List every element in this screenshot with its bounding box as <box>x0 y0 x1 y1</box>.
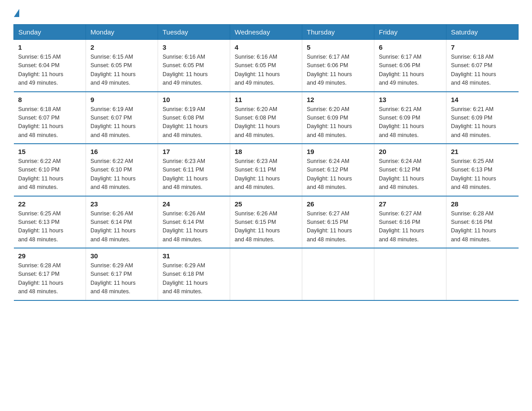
day-number: 7 <box>451 43 514 51</box>
calendar-cell: 6 Sunrise: 6:17 AM Sunset: 6:06 PM Dayli… <box>374 40 446 92</box>
day-number: 27 <box>379 200 442 208</box>
day-number: 6 <box>379 43 442 51</box>
calendar-cell: 15 Sunrise: 6:22 AM Sunset: 6:10 PM Dayl… <box>14 144 86 196</box>
calendar-cell: 29 Sunrise: 6:28 AM Sunset: 6:17 PM Dayl… <box>14 248 86 300</box>
day-number: 24 <box>163 200 225 208</box>
day-number: 8 <box>18 96 82 103</box>
day-info: Sunrise: 6:24 AM Sunset: 6:12 PM Dayligh… <box>307 157 369 192</box>
day-info: Sunrise: 6:28 AM Sunset: 6:16 PM Dayligh… <box>451 210 514 244</box>
calendar-cell <box>446 248 519 300</box>
calendar-cell: 23 Sunrise: 6:26 AM Sunset: 6:14 PM Dayl… <box>86 196 158 248</box>
day-number: 10 <box>163 96 225 103</box>
day-info: Sunrise: 6:17 AM Sunset: 6:06 PM Dayligh… <box>379 53 442 88</box>
day-info: Sunrise: 6:21 AM Sunset: 6:09 PM Dayligh… <box>451 105 514 140</box>
calendar-cell: 30 Sunrise: 6:29 AM Sunset: 6:17 PM Dayl… <box>86 248 158 300</box>
weekday-header-thursday: Thursday <box>302 25 374 40</box>
day-number: 31 <box>163 252 225 260</box>
day-info: Sunrise: 6:25 AM Sunset: 6:13 PM Dayligh… <box>18 210 82 244</box>
day-info: Sunrise: 6:22 AM Sunset: 6:10 PM Dayligh… <box>90 157 153 192</box>
day-number: 23 <box>90 200 153 208</box>
day-info: Sunrise: 6:25 AM Sunset: 6:13 PM Dayligh… <box>451 157 514 192</box>
day-number: 9 <box>90 96 153 103</box>
calendar-cell <box>230 248 302 300</box>
day-info: Sunrise: 6:17 AM Sunset: 6:06 PM Dayligh… <box>307 53 369 88</box>
day-info: Sunrise: 6:19 AM Sunset: 6:07 PM Dayligh… <box>90 105 153 140</box>
calendar-body: 1 Sunrise: 6:15 AM Sunset: 6:04 PM Dayli… <box>14 40 519 300</box>
day-info: Sunrise: 6:18 AM Sunset: 6:07 PM Dayligh… <box>18 105 82 140</box>
calendar-week-4: 22 Sunrise: 6:25 AM Sunset: 6:13 PM Dayl… <box>14 196 519 248</box>
day-number: 25 <box>235 200 297 208</box>
logo-arrow-icon <box>14 9 19 17</box>
day-number: 3 <box>163 43 225 51</box>
day-number: 30 <box>90 252 153 260</box>
calendar-cell: 16 Sunrise: 6:22 AM Sunset: 6:10 PM Dayl… <box>86 144 158 196</box>
day-number: 11 <box>235 96 297 103</box>
calendar-cell <box>302 248 374 300</box>
calendar-week-5: 29 Sunrise: 6:28 AM Sunset: 6:17 PM Dayl… <box>14 248 519 300</box>
calendar-cell: 10 Sunrise: 6:19 AM Sunset: 6:08 PM Dayl… <box>158 92 230 144</box>
calendar-cell: 17 Sunrise: 6:23 AM Sunset: 6:11 PM Dayl… <box>158 144 230 196</box>
calendar-cell: 11 Sunrise: 6:20 AM Sunset: 6:08 PM Dayl… <box>230 92 302 144</box>
weekday-header-friday: Friday <box>374 25 446 40</box>
day-info: Sunrise: 6:29 AM Sunset: 6:17 PM Dayligh… <box>90 261 153 296</box>
day-info: Sunrise: 6:29 AM Sunset: 6:18 PM Dayligh… <box>163 261 225 296</box>
day-number: 14 <box>451 96 514 103</box>
calendar-header: SundayMondayTuesdayWednesdayThursdayFrid… <box>14 25 519 40</box>
calendar-cell: 1 Sunrise: 6:15 AM Sunset: 6:04 PM Dayli… <box>14 40 86 92</box>
calendar-cell: 24 Sunrise: 6:26 AM Sunset: 6:14 PM Dayl… <box>158 196 230 248</box>
calendar-cell: 27 Sunrise: 6:27 AM Sunset: 6:16 PM Dayl… <box>374 196 446 248</box>
day-info: Sunrise: 6:21 AM Sunset: 6:09 PM Dayligh… <box>379 105 442 140</box>
calendar-cell: 21 Sunrise: 6:25 AM Sunset: 6:13 PM Dayl… <box>446 144 519 196</box>
calendar-cell: 3 Sunrise: 6:16 AM Sunset: 6:05 PM Dayli… <box>158 40 230 92</box>
day-info: Sunrise: 6:24 AM Sunset: 6:12 PM Dayligh… <box>379 157 442 192</box>
calendar-cell: 19 Sunrise: 6:24 AM Sunset: 6:12 PM Dayl… <box>302 144 374 196</box>
day-info: Sunrise: 6:20 AM Sunset: 6:09 PM Dayligh… <box>307 105 369 140</box>
day-number: 18 <box>235 148 297 155</box>
calendar-cell: 12 Sunrise: 6:20 AM Sunset: 6:09 PM Dayl… <box>302 92 374 144</box>
calendar-week-1: 1 Sunrise: 6:15 AM Sunset: 6:04 PM Dayli… <box>14 40 519 92</box>
calendar-week-2: 8 Sunrise: 6:18 AM Sunset: 6:07 PM Dayli… <box>14 92 519 144</box>
weekday-row: SundayMondayTuesdayWednesdayThursdayFrid… <box>14 25 519 40</box>
day-info: Sunrise: 6:15 AM Sunset: 6:04 PM Dayligh… <box>18 53 82 88</box>
calendar-cell: 2 Sunrise: 6:15 AM Sunset: 6:05 PM Dayli… <box>86 40 158 92</box>
logo <box>13 9 19 16</box>
calendar-cell: 9 Sunrise: 6:19 AM Sunset: 6:07 PM Dayli… <box>86 92 158 144</box>
day-info: Sunrise: 6:23 AM Sunset: 6:11 PM Dayligh… <box>163 157 225 192</box>
calendar-cell: 5 Sunrise: 6:17 AM Sunset: 6:06 PM Dayli… <box>302 40 374 92</box>
day-info: Sunrise: 6:16 AM Sunset: 6:05 PM Dayligh… <box>163 53 225 88</box>
calendar-table: SundayMondayTuesdayWednesdayThursdayFrid… <box>13 24 519 301</box>
calendar-cell: 13 Sunrise: 6:21 AM Sunset: 6:09 PM Dayl… <box>374 92 446 144</box>
calendar-cell: 8 Sunrise: 6:18 AM Sunset: 6:07 PM Dayli… <box>14 92 86 144</box>
weekday-header-tuesday: Tuesday <box>158 25 230 40</box>
day-info: Sunrise: 6:20 AM Sunset: 6:08 PM Dayligh… <box>235 105 297 140</box>
day-info: Sunrise: 6:16 AM Sunset: 6:05 PM Dayligh… <box>235 53 297 88</box>
day-number: 21 <box>451 148 514 155</box>
day-number: 12 <box>307 96 369 103</box>
day-info: Sunrise: 6:27 AM Sunset: 6:16 PM Dayligh… <box>379 210 442 244</box>
day-number: 13 <box>379 96 442 103</box>
day-number: 5 <box>307 43 369 51</box>
calendar-cell: 7 Sunrise: 6:18 AM Sunset: 6:07 PM Dayli… <box>446 40 519 92</box>
calendar-cell: 25 Sunrise: 6:26 AM Sunset: 6:15 PM Dayl… <box>230 196 302 248</box>
day-number: 15 <box>18 148 82 155</box>
day-number: 28 <box>451 200 514 208</box>
weekday-header-saturday: Saturday <box>446 25 519 40</box>
day-number: 20 <box>379 148 442 155</box>
calendar-cell <box>374 248 446 300</box>
day-number: 29 <box>18 252 82 260</box>
day-info: Sunrise: 6:28 AM Sunset: 6:17 PM Dayligh… <box>18 261 82 296</box>
day-number: 1 <box>18 43 82 51</box>
page-header <box>13 9 519 16</box>
day-info: Sunrise: 6:23 AM Sunset: 6:11 PM Dayligh… <box>235 157 297 192</box>
weekday-header-wednesday: Wednesday <box>230 25 302 40</box>
day-number: 26 <box>307 200 369 208</box>
day-number: 22 <box>18 200 82 208</box>
day-number: 17 <box>163 148 225 155</box>
day-info: Sunrise: 6:26 AM Sunset: 6:15 PM Dayligh… <box>235 210 297 244</box>
day-info: Sunrise: 6:26 AM Sunset: 6:14 PM Dayligh… <box>163 210 225 244</box>
weekday-header-monday: Monday <box>86 25 158 40</box>
day-info: Sunrise: 6:27 AM Sunset: 6:15 PM Dayligh… <box>307 210 369 244</box>
calendar-cell: 14 Sunrise: 6:21 AM Sunset: 6:09 PM Dayl… <box>446 92 519 144</box>
calendar-cell: 22 Sunrise: 6:25 AM Sunset: 6:13 PM Dayl… <box>14 196 86 248</box>
calendar-cell: 18 Sunrise: 6:23 AM Sunset: 6:11 PM Dayl… <box>230 144 302 196</box>
